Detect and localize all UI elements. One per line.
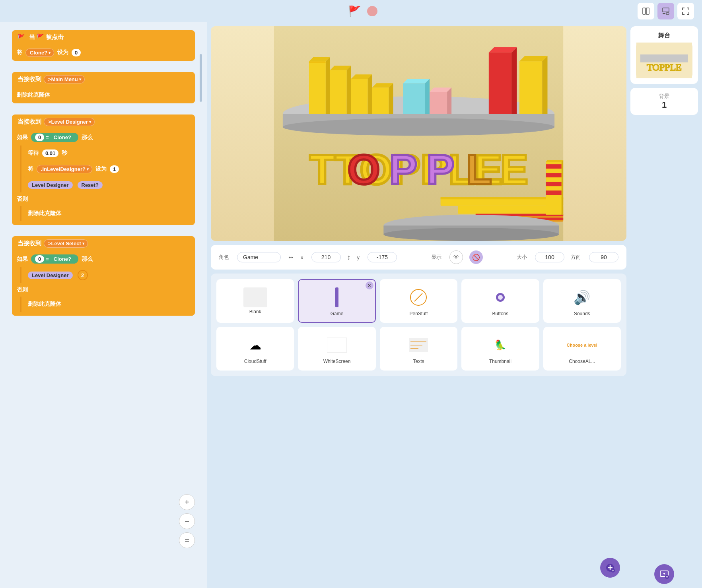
role-label: 角色 [219, 254, 229, 261]
sprite-thumb-chooseal: Choose a level [567, 333, 597, 357]
wait-stmt-3[interactable]: 等待 0.01 秒 [23, 146, 195, 161]
set-to-label-1: 设为 [57, 49, 68, 56]
y-input[interactable] [368, 252, 397, 262]
val-clone-4: Clone? [51, 255, 74, 263]
svg-text:P: P [389, 146, 418, 193]
then-label-3: 那么 [82, 134, 93, 141]
clone-dropdown[interactable]: Clone? ▾ [25, 49, 54, 57]
sprite-name-sounds: Sounds [574, 311, 590, 316]
stage-thumbnail[interactable]: TOPPLE [636, 43, 692, 78]
hat-block-level-designer[interactable]: 当接收到 >Level Designer ▾ [12, 114, 195, 129]
add-backdrop-button[interactable] [654, 564, 674, 584]
green-flag-button[interactable]: 🚩 [348, 5, 361, 17]
sprite-card-buttons[interactable]: Buttons [461, 279, 539, 323]
x-input[interactable] [311, 252, 341, 262]
sprite-thumb-buttons [490, 285, 511, 309]
svg-rect-1 [646, 8, 649, 14]
sprite-card-whitescreen[interactable]: WhiteScreen [298, 327, 375, 371]
zoom-in-button[interactable]: + [179, 494, 195, 510]
show-eye-button[interactable]: 👁 [449, 250, 463, 264]
if-block-3[interactable]: 如果 0 = Clone? 那么 [12, 130, 195, 145]
sprite-name-input[interactable] [237, 252, 281, 262]
sprite-thumb-blank [243, 287, 267, 307]
svg-point-60 [498, 295, 503, 300]
dropdown-arrow-5: ▾ [82, 241, 84, 246]
layout-split-button[interactable] [638, 3, 654, 19]
if-block-4[interactable]: 如果 0 = Clone? 那么 [12, 252, 195, 266]
hat-block-flag[interactable]: 🚩 当 🚩 被点击 [12, 30, 195, 44]
stop-button[interactable] [367, 6, 377, 16]
main-layout: 🚩 当 🚩 被点击 将 Clone? ▾ 设为 0 当接收到 [0, 22, 702, 588]
sprite-card-blank[interactable]: Blank [216, 279, 294, 323]
level-select-dropdown[interactable]: >Level Select ▾ [44, 239, 88, 248]
delete-badge-game[interactable]: ✕ [366, 281, 373, 289]
hat-block-main-menu[interactable]: 当接收到 >Main Menu ▾ [12, 72, 195, 87]
svg-rect-19 [372, 87, 389, 114]
top-bar: 🚩 [0, 0, 702, 22]
sprite-thumb-penstuff [408, 285, 428, 309]
delete-clone-3[interactable]: 删除此克隆体 [23, 206, 195, 221]
stmt-set-clone[interactable]: 将 Clone? ▾ 设为 0 [12, 45, 195, 60]
code-panel: 🚩 当 🚩 被点击 将 Clone? ▾ 设为 0 当接收到 [0, 22, 207, 588]
sprite-card-texts[interactable]: Texts [380, 327, 457, 371]
wait-label-3: 等待 [28, 149, 39, 157]
svg-marker-42 [441, 197, 564, 200]
y-arrow-icon: ↕ [347, 253, 351, 262]
reset-pill: Reset? [78, 181, 103, 189]
svg-marker-27 [447, 87, 451, 114]
size-input[interactable] [535, 252, 564, 262]
svg-marker-18 [368, 74, 372, 114]
hat-block-level-select[interactable]: 当接收到 >Level Select ▾ [12, 236, 195, 251]
svg-text:TOPPLE: TOPPLE [647, 62, 682, 72]
sprite-name-buttons: Buttons [492, 311, 509, 316]
receive-label-3: 当接收到 [18, 118, 41, 126]
hide-eye-button[interactable]: 🚫 [469, 250, 483, 264]
svg-rect-52 [546, 173, 562, 177]
set-to-label-3: 设为 [95, 165, 107, 173]
level-designer-pill-2: Level Designer [28, 272, 73, 279]
svg-rect-25 [430, 92, 447, 114]
broadcast-ld-reset[interactable]: Level Designer Reset? [23, 177, 195, 192]
value-0-1: 0 [72, 49, 81, 56]
add-backdrop-area [630, 560, 698, 584]
backdrop-num: 1 [635, 100, 693, 110]
sprite-thumb-game [335, 285, 338, 309]
svg-rect-50 [546, 162, 562, 215]
sprite-name-game: Game [331, 311, 344, 316]
fullscreen-button[interactable] [677, 3, 694, 19]
svg-rect-51 [546, 164, 562, 169]
zoom-reset-button[interactable]: = [179, 532, 195, 548]
sprite-card-chooseal[interactable]: Choose a level ChooseAL... [543, 327, 621, 371]
sprite-thumb-texts [408, 333, 429, 357]
add-sprite-button[interactable]: + [600, 558, 620, 578]
sprite-name-texts: Texts [413, 359, 424, 364]
backdrop-section: 背景 1 [630, 88, 698, 115]
in-level-dropdown[interactable]: .InLevelDesigner? ▾ [37, 165, 92, 173]
svg-rect-16 [351, 79, 368, 114]
dropdown-arrow-3: ▾ [89, 120, 91, 124]
sprite-card-cloudstuff[interactable]: ☁ CloudStuff [216, 327, 294, 371]
delete-clone-4[interactable]: 删除此克隆体 [23, 297, 195, 312]
sprite-card-sounds[interactable]: 🔊 Sounds [543, 279, 621, 323]
sprite-card-thumbnail[interactable]: 🦜 Thumbnail [461, 327, 539, 371]
sprite-card-game[interactable]: ✕ Game [298, 279, 375, 323]
val-clone-3: Clone? [51, 134, 74, 141]
stage-label-card: 舞台 TOPPLE [630, 26, 698, 84]
zoom-out-button[interactable]: − [179, 513, 195, 529]
svg-text:L: L [466, 146, 492, 193]
stage-canvas: TOPPLE T O P P L E [211, 26, 626, 241]
level-designer-pill: Level Designer [28, 181, 73, 189]
top-bar-right [638, 3, 694, 19]
sprite-card-penstuff[interactable]: PenStuff [380, 279, 457, 323]
svg-rect-53 [546, 182, 562, 186]
main-menu-dropdown[interactable]: >Main Menu ▾ [44, 75, 85, 83]
svg-text:T: T [309, 146, 335, 193]
level-designer-dropdown[interactable]: >Level Designer ▾ [44, 118, 95, 126]
direction-label: 方向 [571, 254, 581, 261]
set-in-level-stmt[interactable]: 将 .InLevelDesigner? ▾ 设为 1 [23, 161, 195, 177]
broadcast-ld-2[interactable]: Level Designer 2 [23, 267, 195, 283]
size-label: 大小 [517, 254, 527, 261]
direction-input[interactable] [589, 252, 618, 262]
stmt-delete-clone-2[interactable]: 删除此克隆体 [12, 87, 195, 103]
layout-main-button[interactable] [657, 3, 674, 19]
